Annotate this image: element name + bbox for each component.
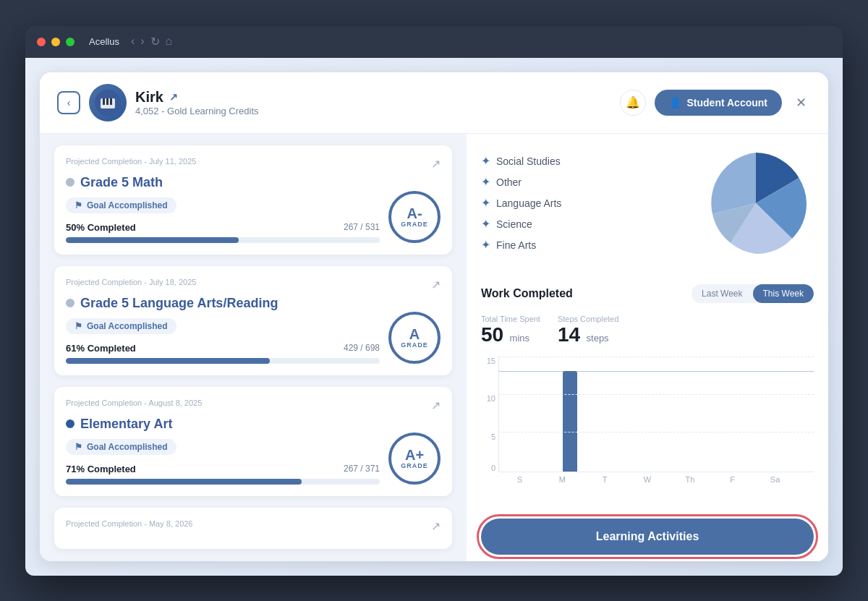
- expand-icon-1[interactable]: ↗: [431, 278, 441, 291]
- card-with-grade-0: Grade 5 Math ⚑ Goal Accomplished 50% Com…: [66, 175, 441, 243]
- grade-circle-0: A- GRADE: [388, 191, 441, 243]
- browser-window: Acellus ‹ › ↻ ⌂ ‹: [25, 26, 843, 576]
- svg-rect-4: [110, 98, 112, 105]
- grade-letter-1: A: [409, 327, 420, 341]
- traffic-light-yellow[interactable]: [51, 38, 60, 46]
- total-time-value-row: 50 mins: [481, 325, 540, 345]
- subject-name-4: Fine Arts: [496, 239, 536, 251]
- svg-rect-2: [103, 98, 105, 105]
- subject-name-1: Other: [496, 176, 522, 188]
- goal-badge-1: ⚑ Goal Accomplished: [66, 318, 176, 334]
- card-body-1: Grade 5 Language Arts/Reading ⚑ Goal Acc…: [66, 296, 380, 364]
- goal-badge-0: ⚑ Goal Accomplished: [66, 197, 176, 213]
- y-axis: 15 10 5 0: [481, 357, 498, 472]
- close-button[interactable]: ✕: [791, 93, 811, 113]
- goal-badge-2: ⚑ Goal Accomplished: [66, 439, 176, 455]
- bar-chart: 15 10 5 0: [481, 357, 814, 501]
- progress-text-1: 61% Completed: [66, 343, 136, 354]
- notification-bell-button[interactable]: 🔔: [620, 90, 646, 116]
- y-label-5: 5: [491, 432, 495, 441]
- week-toggle: Last Week This Week: [692, 284, 814, 303]
- progress-fraction-1: 429 / 698: [344, 343, 380, 353]
- x-label-F: F: [711, 475, 754, 484]
- bars-container: [499, 357, 814, 472]
- this-week-button[interactable]: This Week: [753, 284, 814, 303]
- expand-icon-2[interactable]: ↗: [431, 398, 441, 412]
- card-header-2: Projected Completion - August 8, 2025 ↗: [66, 398, 441, 412]
- list-item: ✦ Science: [481, 217, 684, 231]
- flag-icon-2: ⚑: [75, 442, 82, 452]
- back-icon[interactable]: ‹: [131, 35, 135, 48]
- course-card-1: Projected Completion - July 18, 2025 ↗ G…: [54, 266, 452, 375]
- goal-text-0: Goal Accomplished: [87, 200, 168, 210]
- progress-percent-2: 71% Completed: [66, 464, 136, 474]
- home-icon[interactable]: ⌂: [166, 35, 173, 48]
- total-time-unit: mins: [510, 333, 529, 344]
- work-header: Work Completed Last Week This Week: [481, 284, 814, 303]
- traffic-light-red[interactable]: [37, 38, 46, 46]
- steps-stat: Steps Completed 14 steps: [558, 315, 618, 345]
- back-button[interactable]: ‹: [57, 91, 80, 114]
- grade-label-1: GRADE: [401, 341, 428, 349]
- progress-fraction-0: 267 / 531: [344, 222, 380, 232]
- progress-text-2: 71% Completed: [66, 464, 136, 474]
- learning-activities-button[interactable]: Learning Activities: [481, 519, 814, 555]
- course-title-0: Grade 5 Math: [66, 175, 380, 190]
- external-link-icon[interactable]: ↗: [169, 91, 178, 103]
- app-header: ‹ Kirk ↗ 4,052 - Go: [40, 72, 828, 134]
- user-info: Kirk ↗ 4,052 - Gold Learning Credits: [135, 89, 611, 116]
- course-name-2: Elementary Art: [80, 417, 172, 432]
- browser-title: Acellus: [89, 36, 119, 47]
- course-title-2: Elementary Art: [66, 417, 380, 432]
- progress-bar-fill-0: [66, 237, 239, 243]
- projected-date-2: Projected Completion - August 8, 2025: [66, 398, 202, 407]
- x-label-M: M: [541, 475, 584, 484]
- card-with-grade-2: Elementary Art ⚑ Goal Accomplished 71% C…: [66, 417, 441, 485]
- pie-chart: [698, 145, 814, 261]
- chart-body: [498, 357, 814, 472]
- header-actions: 🔔 👤 Student Account ✕: [620, 90, 811, 116]
- subject-icon-1: ✦: [481, 175, 490, 189]
- last-week-button[interactable]: Last Week: [692, 284, 752, 303]
- browser-nav-icons: ‹ › ↻ ⌂: [131, 35, 172, 48]
- subject-icon-2: ✦: [481, 196, 490, 210]
- steps-unit: steps: [587, 333, 609, 344]
- grade-letter-2: A+: [405, 448, 424, 462]
- progress-fraction-2: 267 / 371: [344, 464, 380, 474]
- subjects-list: ✦ Social Studies ✦ Other ✦ Language Arts: [481, 154, 684, 252]
- steps-value-row: 14 steps: [558, 325, 618, 345]
- progress-percent-1: 61% Completed: [66, 343, 136, 354]
- traffic-light-green[interactable]: [66, 38, 75, 46]
- person-icon: 👤: [669, 97, 681, 108]
- subject-icon-3: ✦: [481, 217, 490, 231]
- course-dot-1: [66, 299, 75, 307]
- student-account-label: Student Account: [687, 97, 767, 108]
- refresh-icon[interactable]: ↻: [150, 35, 160, 48]
- y-label-10: 10: [487, 394, 495, 403]
- reference-line: [499, 371, 814, 372]
- gridline-mid1: [499, 394, 814, 395]
- forward-icon[interactable]: ›: [140, 35, 144, 48]
- expand-icon-3[interactable]: ↗: [431, 519, 441, 533]
- progress-percent-0: 50% Completed: [66, 222, 136, 233]
- grade-label-2: GRADE: [401, 462, 428, 469]
- expand-icon-0[interactable]: ↗: [431, 157, 441, 171]
- bar-M: [563, 371, 577, 471]
- progress-row-0: 50% Completed 267 / 531: [66, 222, 380, 233]
- card-with-grade-1: Grade 5 Language Arts/Reading ⚑ Goal Acc…: [66, 296, 441, 364]
- learning-activities-bar: Learning Activities: [481, 519, 814, 555]
- progress-bar-bg-0: [66, 237, 380, 243]
- x-label-W: W: [626, 475, 669, 484]
- subject-icon-4: ✦: [481, 238, 490, 252]
- avatar: [89, 84, 127, 122]
- list-item: ✦ Fine Arts: [481, 238, 684, 252]
- course-card-3: Projected Completion - May 8, 2026 ↗: [54, 508, 452, 549]
- card-header-3: Projected Completion - May 8, 2026 ↗: [66, 519, 441, 533]
- work-completed-section: Work Completed Last Week This Week Total…: [481, 284, 814, 501]
- progress-bar-bg-2: [66, 479, 380, 485]
- work-title: Work Completed: [481, 287, 573, 300]
- course-card-2: Projected Completion - August 8, 2025 ↗ …: [54, 387, 452, 496]
- student-account-button[interactable]: 👤 Student Account: [655, 90, 782, 116]
- x-axis: S M T W Th F Sa: [481, 472, 814, 484]
- projected-date-0: Projected Completion - July 11, 2025: [66, 157, 196, 166]
